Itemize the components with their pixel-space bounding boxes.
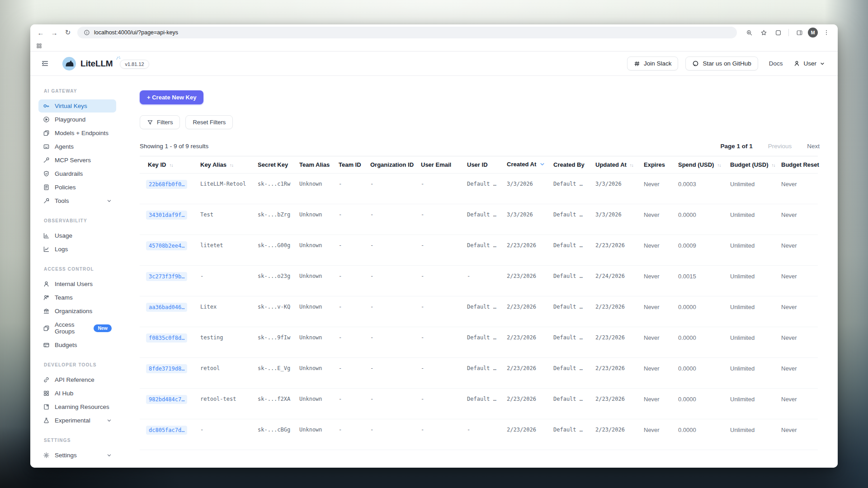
sidebar-item-models-endpoints[interactable]: Models + Endpoints: [38, 127, 116, 140]
sort-icon[interactable]: ↑↓: [169, 163, 173, 168]
key-id-link[interactable]: 34301daf9f…: [146, 211, 187, 220]
key-id-link[interactable]: aa36bad046…: [146, 303, 187, 312]
column-header-key-id[interactable]: Key ID↑↓: [140, 156, 194, 174]
key-id-link[interactable]: 3c273f3f9b…: [146, 272, 187, 281]
sort-icon[interactable]: ↑↓: [772, 163, 775, 168]
slack-icon: [634, 61, 640, 67]
sidebar-item-policies[interactable]: Policies: [38, 181, 116, 194]
column-label: Updated At: [595, 161, 627, 168]
app-body: AI GATEWAY Virtual Keys Playground Model…: [30, 76, 838, 468]
cell-key-alias: testing: [194, 327, 251, 358]
cell-secret-key: sk-...bZrg: [251, 204, 293, 235]
column-header-key-alias[interactable]: Key Alias↑↓: [194, 156, 251, 174]
cell-team-alias: Unknown: [293, 174, 332, 204]
sort-icon[interactable]: ↑↓: [630, 163, 633, 168]
sidebar: AI GATEWAY Virtual Keys Playground Model…: [30, 76, 123, 468]
cell-user-email: -: [415, 358, 461, 389]
browser-actions: M: [743, 27, 832, 38]
sidebar-collapse-icon[interactable]: [41, 60, 49, 67]
apps-grid-icon[interactable]: [36, 43, 42, 49]
chevron-down-icon: [107, 418, 112, 423]
cell-updated-at: 3/3/2026: [589, 174, 637, 204]
sort-icon[interactable]: ↑↓: [230, 163, 233, 168]
sidebar-item-learning-resources[interactable]: Learning Resources: [38, 400, 116, 413]
column-label: Spend (USD): [678, 161, 714, 168]
forward-icon[interactable]: →: [48, 27, 60, 38]
column-header-updated-at[interactable]: Updated At↑↓: [589, 156, 637, 174]
join-slack-button[interactable]: Join Slack: [627, 56, 679, 70]
star-github-button[interactable]: Star us on GitHub: [685, 56, 758, 70]
docs-link[interactable]: Docs: [769, 60, 783, 67]
back-icon[interactable]: ←: [35, 27, 47, 38]
key-id-link[interactable]: 8fde3719d8…: [146, 364, 187, 373]
cell-user-email: -: [415, 419, 461, 450]
sidebar-item-tools[interactable]: Tools: [38, 194, 116, 207]
table-row: aa36bad046…Litexsk-...v-KQUnknown---Defa…: [140, 296, 818, 327]
key-id-link[interactable]: f0835c0f8d…: [146, 333, 187, 343]
column-header-created-at[interactable]: Created At: [500, 156, 547, 174]
key-id-link[interactable]: 982bd484c7…: [146, 395, 187, 404]
sidebar-item-access-groups[interactable]: Access Groups New: [38, 318, 116, 338]
cell-created-by: Default …: [547, 327, 589, 358]
extensions-icon[interactable]: [772, 27, 784, 38]
sidebar-item-organizations[interactable]: Organizations: [38, 305, 116, 318]
filters-button[interactable]: Filters: [140, 115, 180, 129]
cell-secret-key: sk-...9fIw: [251, 327, 293, 358]
cell-budget-reset: Never: [775, 327, 818, 358]
cell-budget-reset: Never: [775, 204, 818, 235]
sidebar-item-experimental[interactable]: Experimental: [38, 414, 116, 427]
bookmark-star-icon[interactable]: [758, 27, 769, 38]
column-header-budget-usd[interactable]: Budget (USD)↑↓: [724, 156, 775, 174]
sidebar-item-mcp-servers[interactable]: MCP Servers: [38, 154, 116, 167]
reload-icon[interactable]: ↻: [62, 27, 74, 38]
column-header-budget-reset: Budget Reset: [775, 156, 818, 174]
sidebar-item-guardrails[interactable]: Guardrails: [38, 167, 116, 180]
column-header-created-by: Created By: [547, 156, 589, 174]
side-panel-icon[interactable]: [793, 27, 805, 38]
sidebar-item-logs[interactable]: Logs: [38, 243, 116, 256]
sidebar-item-settings[interactable]: Settings: [38, 449, 116, 462]
user-menu[interactable]: User: [793, 60, 825, 67]
litellm-logo: [62, 57, 76, 70]
sidebar-item-label: API Reference: [55, 376, 94, 383]
cell-team-id: -: [332, 296, 364, 327]
url-bar[interactable]: localhost:4000/ui/?page=api-keys: [77, 27, 737, 38]
cell-team-id: -: [332, 266, 364, 296]
cell-key-alias: litetet: [194, 235, 251, 266]
cell-key-id: 34301daf9f…: [140, 204, 194, 235]
sort-desc-icon[interactable]: [539, 162, 545, 169]
kebab-menu-icon[interactable]: [821, 27, 832, 38]
column-header-spend-usd[interactable]: Spend (USD)↑↓: [672, 156, 724, 174]
profile-avatar[interactable]: M: [808, 28, 818, 38]
cell-updated-at: 2/23/2026: [589, 389, 637, 419]
create-new-key-button[interactable]: + Create New Key: [140, 90, 203, 104]
sidebar-item-virtual-keys[interactable]: Virtual Keys: [38, 99, 116, 113]
previous-page-button[interactable]: Previous: [768, 143, 792, 150]
sidebar-item-teams[interactable]: Teams: [38, 291, 116, 304]
shield-icon: [43, 170, 50, 177]
reset-filters-button[interactable]: Reset Filters: [185, 115, 233, 129]
key-id-link[interactable]: 45708b2ee4…: [146, 241, 187, 250]
sidebar-item-agents[interactable]: Agents: [38, 140, 116, 153]
table-row: 3c273f3f9b…-sk-...o23gUnknown----2/23/20…: [140, 266, 818, 296]
sidebar-item-api-reference[interactable]: API Reference: [38, 373, 116, 386]
cell-user-id: -: [461, 419, 500, 450]
sidebar-item-budgets[interactable]: Budgets: [38, 338, 116, 352]
sidebar-item-ai-hub[interactable]: AI Hub: [38, 387, 116, 400]
key-id-link[interactable]: 22b68fb0f0…: [146, 180, 187, 189]
sidebar-item-internal-users[interactable]: Internal Users: [38, 277, 116, 291]
sidebar-item-playground[interactable]: Playground: [38, 113, 116, 126]
key-id-link[interactable]: dc805fac7d…: [146, 426, 187, 435]
sort-icon[interactable]: ↑↓: [717, 163, 721, 168]
page-info: Page 1 of 1: [720, 143, 752, 150]
cell-user-email: -: [415, 235, 461, 266]
sidebar-item-usage[interactable]: Usage: [38, 229, 116, 242]
cell-budget-usd: Unlimited: [724, 266, 775, 296]
next-page-button[interactable]: Next: [807, 143, 820, 150]
column-label: Budget Reset: [781, 161, 819, 168]
cell-team-id: -: [332, 389, 364, 419]
zoom-icon[interactable]: [743, 27, 755, 38]
site-info-icon[interactable]: [84, 29, 90, 36]
cell-budget-usd: Unlimited: [724, 358, 775, 389]
cell-budget-usd: Unlimited: [724, 389, 775, 419]
